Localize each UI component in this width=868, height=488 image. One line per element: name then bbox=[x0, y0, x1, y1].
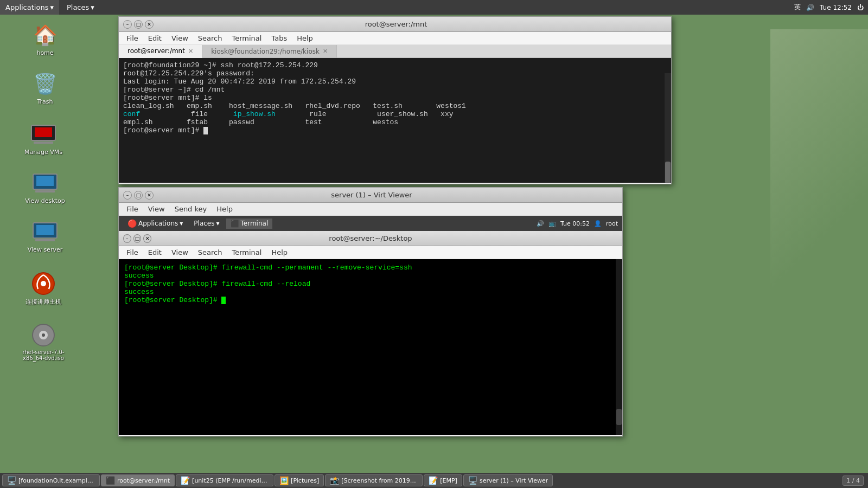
virt-menu-sendkey[interactable]: Send key bbox=[170, 204, 212, 214]
inner-volume-icon[interactable]: 🔊 bbox=[537, 220, 544, 227]
tab-close-icon[interactable]: ✕ bbox=[188, 48, 193, 55]
manage-vms-icon bbox=[30, 121, 56, 147]
menu-file[interactable]: File bbox=[122, 33, 143, 43]
taskbar-pictures[interactable]: 🖼️ [Pictures] bbox=[275, 474, 324, 486]
menu-edit[interactable]: Edit bbox=[144, 33, 166, 43]
inner-term-max-btn[interactable]: □ bbox=[133, 234, 142, 243]
taskbar-foundation[interactable]: 🖥️ [foundationO.it.example.c... bbox=[2, 474, 100, 486]
desktop-icon-view-server[interactable]: View server bbox=[21, 217, 69, 255]
inner-apps-menu[interactable]: 🔴 Applications ▾ bbox=[123, 218, 187, 229]
volume-icon[interactable]: 🔊 bbox=[806, 4, 814, 11]
inner-terminal-title: root@server:~/Desktop bbox=[151, 234, 590, 242]
minimize-button[interactable]: – bbox=[123, 20, 132, 29]
tab-kiosk-label: kiosk@foundation29:/home/kiosk bbox=[211, 48, 320, 55]
taskbar-right: 1 / 4 bbox=[843, 476, 866, 486]
inner-places-menu[interactable]: Places ▾ bbox=[189, 219, 224, 228]
taskbar-unit25-label: [unit25 (EMP /run/media/k... bbox=[192, 477, 269, 484]
view-desktop-label: View desktop bbox=[25, 197, 65, 204]
virt-menu-file[interactable]: File bbox=[122, 204, 143, 214]
window-controls: – □ ✕ bbox=[123, 20, 154, 29]
virt-viewer-menubar: File View Send key Help bbox=[119, 203, 622, 216]
line-5: [root@server mnt]# ls bbox=[123, 94, 667, 102]
terminal-body-container: [root@foundation29 ~]# ssh root@172.25.2… bbox=[119, 58, 671, 183]
taskbar-virt-viewer[interactable]: 🖥️ server (1) – Virt Viewer bbox=[463, 474, 553, 486]
inner-terminal-titlebar: – □ ✕ root@server:~/Desktop bbox=[119, 231, 622, 246]
menu-terminal[interactable]: Terminal bbox=[227, 33, 266, 43]
top-panel-right: 英 🔊 Tue 12:52 ⏻ bbox=[794, 3, 868, 12]
taskbar-unit25[interactable]: 📝 [unit25 (EMP /run/media/k... bbox=[176, 474, 273, 486]
inner-terminal-btn[interactable]: ⬛ Terminal bbox=[226, 219, 273, 229]
taskbar-screenshot-label: [Screenshot from 2019-0... bbox=[341, 477, 418, 484]
inner-menu-edit[interactable]: Edit bbox=[144, 247, 166, 258]
tab-server-mnt[interactable]: root@server:/mnt ✕ bbox=[119, 45, 202, 58]
places-menu[interactable]: Places ▾ bbox=[61, 0, 100, 15]
inner-gnome-panel: 🔴 Applications ▾ Places ▾ ⬛ Terminal 🔊 📺… bbox=[119, 216, 622, 231]
inner-line-3: [root@server Desktop]# firewall-cmd --re… bbox=[124, 280, 617, 288]
menu-tabs[interactable]: Tabs bbox=[267, 33, 291, 43]
inner-menu-file[interactable]: File bbox=[122, 247, 143, 258]
line-8: empl.sh fstab passwd test westos bbox=[123, 118, 667, 126]
menu-help[interactable]: Help bbox=[292, 33, 317, 43]
svg-point-10 bbox=[41, 281, 46, 286]
right-decoration bbox=[770, 29, 868, 458]
desktop-icon-view-desktop[interactable]: View desktop bbox=[21, 168, 69, 207]
inner-menu-view[interactable]: View bbox=[167, 247, 193, 258]
svg-rect-5 bbox=[35, 190, 55, 192]
terminal-mnt-body[interactable]: [root@foundation29 ~]# ssh root@172.25.2… bbox=[119, 58, 671, 183]
tab-server-mnt-label: root@server:/mnt bbox=[127, 47, 185, 55]
desktop-icon-manage-vms[interactable]: Manage VMs bbox=[19, 119, 68, 158]
line-3: Last login: Tue Aug 20 00:47:22 2019 fro… bbox=[123, 78, 667, 86]
menu-view[interactable]: View bbox=[167, 33, 193, 43]
tab-kiosk-close-icon[interactable]: ✕ bbox=[323, 48, 328, 55]
desktop-icon-home[interactable]: 🏠 home bbox=[21, 20, 69, 59]
inner-menu-terminal[interactable]: Terminal bbox=[227, 247, 266, 258]
desktop-icon-connect-teacher[interactable]: 连接讲师主机 bbox=[19, 268, 68, 308]
power-icon[interactable]: ⏻ bbox=[857, 4, 864, 11]
terminal-scrollbar[interactable] bbox=[665, 73, 671, 183]
connect-teacher-icon bbox=[30, 271, 56, 297]
inner-scrollbar[interactable] bbox=[616, 259, 622, 435]
apps-arrow-icon: ▾ bbox=[50, 3, 54, 11]
terminal-mnt-window: – □ ✕ root@server:/mnt File Edit View Se… bbox=[118, 16, 672, 184]
taskbar-emp[interactable]: 📝 [EMP] bbox=[424, 474, 462, 486]
virt-menu-help[interactable]: Help bbox=[212, 204, 237, 214]
inner-term-min-btn[interactable]: – bbox=[123, 234, 131, 243]
taskbar-screenshot[interactable]: 📸 [Screenshot from 2019-0... bbox=[325, 474, 423, 486]
view-server-icon bbox=[32, 219, 58, 245]
inner-scroll-thumb[interactable] bbox=[616, 409, 622, 425]
inner-display-icon[interactable]: 📺 bbox=[548, 220, 556, 227]
tab-kiosk[interactable]: kiosk@foundation29:/home/kiosk ✕ bbox=[202, 45, 337, 57]
inner-terminal-body[interactable]: [root@server Desktop]# firewall-cmd --pe… bbox=[119, 259, 622, 435]
menu-search[interactable]: Search bbox=[194, 33, 227, 43]
inner-menu-search[interactable]: Search bbox=[194, 247, 227, 258]
virt-menu-view[interactable]: View bbox=[144, 204, 169, 214]
desktop-icon-rhel-iso[interactable]: rhel-server-7.0-x86_64-dvd.iso bbox=[19, 320, 68, 363]
scroll-thumb[interactable] bbox=[665, 162, 671, 183]
view-desktop-icon bbox=[32, 170, 58, 196]
virt-minimize-btn[interactable]: – bbox=[123, 191, 132, 200]
inner-panel-left: 🔴 Applications ▾ Places ▾ ⬛ Terminal bbox=[123, 218, 272, 229]
close-button[interactable]: ✕ bbox=[145, 20, 154, 29]
inner-menu-help[interactable]: Help bbox=[267, 247, 292, 258]
language-indicator[interactable]: 英 bbox=[794, 3, 801, 12]
line-4: [root@server ~]# cd /mnt bbox=[123, 86, 667, 94]
inner-apps-label: Applications bbox=[138, 220, 178, 227]
virt-close-btn[interactable]: ✕ bbox=[145, 191, 154, 200]
applications-menu[interactable]: Applications ▾ bbox=[0, 0, 59, 15]
inner-term-close-btn[interactable]: ✕ bbox=[143, 234, 151, 243]
taskbar: 🖥️ [foundationO.it.example.c... ⬛ root@s… bbox=[0, 473, 868, 488]
taskbar-pictures-label: [Pictures] bbox=[291, 477, 319, 484]
virt-maximize-btn[interactable]: □ bbox=[134, 191, 143, 200]
top-panel: Applications ▾ Places ▾ 英 🔊 Tue 12:52 ⏻ bbox=[0, 0, 868, 15]
connect-teacher-label: 连接讲师主机 bbox=[25, 298, 61, 306]
taskbar-terminal-mnt[interactable]: ⬛ root@server:/mnt bbox=[101, 474, 175, 486]
desktop-icon-trash[interactable]: 🗑️ Trash bbox=[21, 69, 69, 107]
taskbar-foundation-icon: 🖥️ bbox=[7, 476, 16, 485]
maximize-button[interactable]: □ bbox=[134, 20, 143, 29]
places-label: Places bbox=[67, 3, 89, 11]
virt-viewer-window: – □ ✕ server (1) – Virt Viewer File View… bbox=[118, 187, 623, 436]
taskbar-unit25-icon: 📝 bbox=[181, 476, 190, 485]
terminal-mnt-menubar: File Edit View Search Terminal Tabs Help bbox=[119, 32, 671, 45]
inner-time: Tue 00:52 bbox=[560, 220, 590, 227]
trash-label: Trash bbox=[37, 98, 53, 105]
